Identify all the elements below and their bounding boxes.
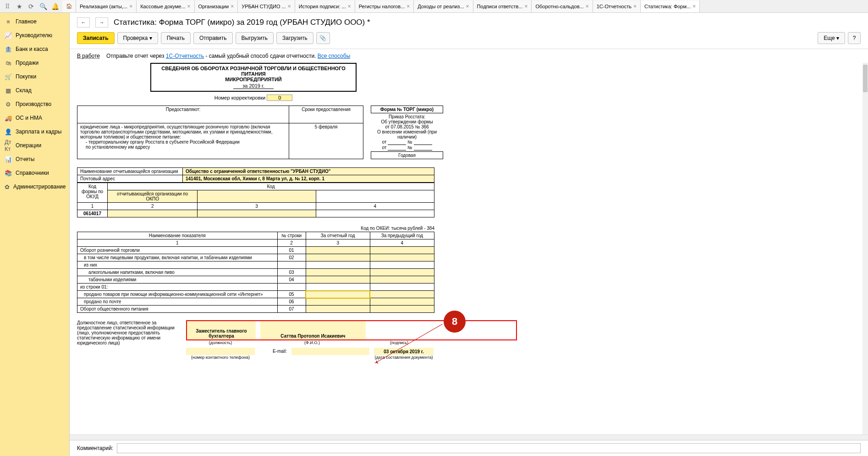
horizontal-scrollbar[interactable] (70, 434, 868, 440)
bell-icon[interactable]: 🔔 (49, 1, 60, 12)
comment-label: Комментарий: (77, 445, 113, 451)
data-cell-current[interactable] (306, 276, 370, 284)
phone-field[interactable] (186, 348, 255, 355)
attach-button[interactable]: 📎 (316, 32, 330, 44)
provider-table: Предоставляют:Сроки предоставления юриди… (77, 106, 363, 159)
sidebar-item[interactable]: 📈Руководителю (0, 28, 69, 42)
sidebar-item[interactable]: ✿Администрирование (0, 180, 69, 194)
sidebar-item[interactable]: ≡Главное (0, 15, 69, 28)
close-icon[interactable]: × (633, 3, 637, 10)
sidebar-label: Отчеты (16, 156, 34, 162)
form-info-table: Форма № ТОРГ (микро) Приказ Росстата: Об… (371, 106, 443, 159)
data-cell-prev[interactable] (370, 306, 434, 313)
data-cell-prev[interactable] (370, 276, 434, 284)
table-row: табачными изделиями04 (77, 276, 434, 284)
sidebar-item[interactable]: ▦Склад (0, 83, 69, 97)
sidebar-item[interactable]: 📊Отчеты (0, 152, 69, 166)
sidebar-item[interactable]: Дт КтОперации (0, 139, 69, 152)
search-icon[interactable]: 🔍 (38, 1, 49, 12)
table-row: из строки 01: (77, 284, 434, 291)
import-button[interactable]: Загрузить (276, 32, 313, 44)
sidebar-label: Операции (16, 142, 41, 149)
close-icon[interactable]: × (524, 3, 527, 10)
callout-badge: 8 (444, 311, 466, 333)
data-cell-prev[interactable] (370, 269, 434, 276)
link-1c[interactable]: 1С-Отчетность (166, 53, 204, 59)
sidebar-label: Зарплата и кадры (16, 128, 61, 135)
data-cell-current[interactable] (306, 247, 370, 254)
data-cell-current[interactable] (306, 306, 370, 313)
close-icon[interactable]: × (129, 3, 132, 10)
forward-button[interactable]: → (95, 17, 108, 28)
close-icon[interactable]: × (288, 3, 291, 10)
tab[interactable]: Подписи ответств...× (473, 0, 532, 12)
close-icon[interactable]: × (586, 3, 589, 10)
correction-row: Номер корректировки 0 (150, 95, 357, 101)
print-button[interactable]: Печать (161, 32, 191, 44)
export-button[interactable]: Выгрузить (236, 32, 274, 44)
send-button[interactable]: Отправить (193, 32, 233, 44)
check-button[interactable]: Проверка ▾ (117, 32, 158, 44)
sidebar-item[interactable]: ⚙Производство (0, 97, 69, 111)
more-button[interactable]: Еще ▾ (818, 32, 845, 44)
help-button[interactable]: ? (848, 32, 861, 44)
data-cell-current[interactable] (306, 254, 370, 261)
sidebar-item[interactable]: 👤Зарплата и кадры (0, 125, 69, 139)
sidebar-icon: 📊 (5, 156, 12, 163)
email-field[interactable] (291, 348, 369, 355)
sidebar-item[interactable]: 🛍Продажи (0, 56, 69, 70)
table-row: в том числе пищевыми продуктами, включая… (77, 254, 434, 261)
data-cell-prev[interactable] (370, 291, 434, 298)
sidebar-icon: 📈 (5, 32, 12, 39)
table-row: Оборот общественного питания07 (77, 306, 434, 313)
apps-icon[interactable]: ⠿ (2, 1, 13, 12)
link-all[interactable]: Все способы (318, 53, 351, 59)
sidebar-label: Производство (16, 101, 51, 107)
close-icon[interactable]: × (231, 3, 234, 10)
data-cell-current[interactable] (306, 284, 370, 291)
data-cell-prev[interactable] (370, 298, 434, 306)
back-button[interactable]: ← (77, 17, 90, 28)
star-icon[interactable]: ★ (14, 1, 25, 12)
sidebar-item[interactable]: 🚚ОС и НМА (0, 111, 69, 125)
tab[interactable]: 1С-Отчетность× (593, 0, 641, 12)
sidebar-item[interactable]: 🏦Банк и касса (0, 42, 69, 56)
close-icon[interactable]: × (187, 3, 191, 10)
close-icon[interactable]: × (348, 3, 351, 10)
tab[interactable]: Регистры налогов...× (355, 0, 414, 12)
tab[interactable]: Оборотно-сальдов...× (532, 0, 593, 12)
data-cell-prev[interactable] (370, 261, 434, 269)
sidebar-item[interactable]: 🛒Покупки (0, 70, 69, 83)
tab[interactable]: УРБАН СТУДИО ...× (238, 0, 295, 12)
table-row: алкогольными напитками, включая пиво03 (77, 269, 434, 276)
tab[interactable]: Статистика: Форм...× (641, 0, 700, 12)
data-cell-prev[interactable] (370, 254, 434, 261)
close-icon[interactable]: × (692, 3, 696, 10)
data-cell-prev[interactable] (370, 247, 434, 254)
history-icon[interactable]: ⟳ (26, 1, 37, 12)
fio-field[interactable]: Саттва Протопоп Исакиевич (260, 321, 366, 339)
data-cell-current[interactable] (306, 298, 370, 306)
status-label[interactable]: В работе (77, 53, 100, 59)
close-icon[interactable]: × (466, 3, 469, 10)
data-cell-current[interactable] (306, 291, 370, 298)
sidebar-item[interactable]: 📚Справочники (0, 166, 69, 180)
tab[interactable]: История подписи: ...× (295, 0, 355, 12)
correction-input[interactable]: 0 (267, 95, 292, 101)
data-cell-current[interactable] (306, 269, 370, 276)
save-button[interactable]: Записать (77, 32, 115, 44)
comment-input[interactable] (117, 443, 861, 453)
position-field[interactable]: Заместитель главного бухгалтера (187, 321, 256, 339)
tab[interactable]: Кассовые докуме...× (137, 0, 194, 12)
close-icon[interactable]: × (407, 3, 410, 10)
vertical-scrollbar[interactable] (863, 63, 868, 434)
tab[interactable]: Организации× (195, 0, 238, 12)
data-cell-current[interactable] (306, 261, 370, 269)
date-field[interactable]: 03 октября 2019 г. (374, 348, 434, 355)
tab[interactable]: Реализация (акты,...× (76, 0, 137, 12)
tab[interactable]: Доходы от реализ...× (414, 0, 473, 12)
data-cell-prev[interactable] (370, 284, 434, 291)
sidebar-icon: ▦ (5, 87, 12, 94)
sidebar-label: Покупки (16, 73, 36, 80)
home-tab[interactable]: 🏠 (62, 0, 76, 12)
